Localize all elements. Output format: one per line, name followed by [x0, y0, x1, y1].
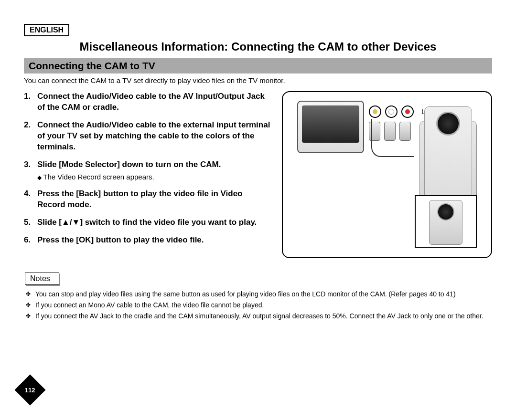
lens-icon: [436, 112, 460, 136]
step-5: 5. Slide [▲/▼] switch to find the video …: [24, 217, 272, 228]
step-number: 1.: [24, 91, 37, 113]
step-text: Slide [▲/▼] switch to find the video fil…: [37, 218, 257, 227]
jack-yellow-icon: [369, 105, 381, 118]
content-row: 1. Connect the Audio/Video cable to the …: [24, 91, 492, 258]
closeup-box: [415, 195, 477, 248]
language-label: ENGLISH: [24, 24, 69, 36]
step-number: 6.: [24, 235, 37, 246]
note-item: You can stop and play video files using …: [24, 290, 492, 299]
jack-white-icon: [385, 105, 398, 118]
intro-text: You can connect the CAM to a TV set dire…: [24, 76, 492, 84]
step-text: Slide [Mode Selector] down to turn on th…: [37, 160, 221, 169]
notes-heading: Notes: [25, 273, 59, 285]
step-1: 1. Connect the Audio/Video cable to the …: [24, 91, 272, 113]
step-text: Press the [Back] button to play the vide…: [37, 189, 242, 209]
page-number: 112: [25, 386, 35, 393]
section-subtitle: Connecting the CAM to TV: [24, 58, 492, 74]
note-text: If you connect the AV Jack to the cradle…: [35, 312, 484, 321]
cable-line-icon: [371, 119, 414, 157]
note-text: You can stop and play video files using …: [35, 290, 456, 299]
step-number: 3.: [24, 159, 37, 182]
tv-icon: [297, 101, 364, 153]
step-text: Press the [OK] button to play the video …: [37, 235, 204, 244]
closeup-lens-icon: [437, 203, 454, 220]
step-3: 3. Slide [Mode Selector] down to turn on…: [24, 159, 272, 182]
step-2: 2. Connect the Audio/Video cable to the …: [24, 120, 272, 153]
step-text: Connect the Audio/Video cable to the AV …: [37, 92, 265, 112]
rca-jacks: [369, 105, 414, 118]
page-number-badge: 112: [14, 374, 45, 405]
camera-icon: [424, 106, 472, 207]
note-text: If you connect an Mono AV cable to the C…: [35, 301, 264, 310]
notes-list: You can stop and play video files using …: [24, 290, 492, 321]
step-number: 5.: [24, 217, 37, 228]
page-title: Miscellaneous Information: Connecting th…: [24, 40, 492, 53]
step-6: 6. Press the [OK] button to play the vid…: [24, 235, 272, 246]
step-number: 4.: [24, 189, 37, 210]
connection-diagram: Line Input: [282, 91, 492, 258]
steps-list: 1. Connect the Audio/Video cable to the …: [24, 91, 272, 252]
note-item: If you connect an Mono AV cable to the C…: [24, 301, 492, 310]
step-number: 2.: [24, 120, 37, 153]
closeup-camera-icon: [429, 200, 462, 245]
step-sub-bullet: The Video Record screen appears.: [37, 172, 272, 182]
jack-red-icon: [401, 105, 414, 118]
note-item: If you connect the AV Jack to the cradle…: [24, 312, 492, 321]
step-text: Connect the Audio/Video cable to the ext…: [37, 120, 270, 151]
step-4: 4. Press the [Back] button to play the v…: [24, 189, 272, 210]
